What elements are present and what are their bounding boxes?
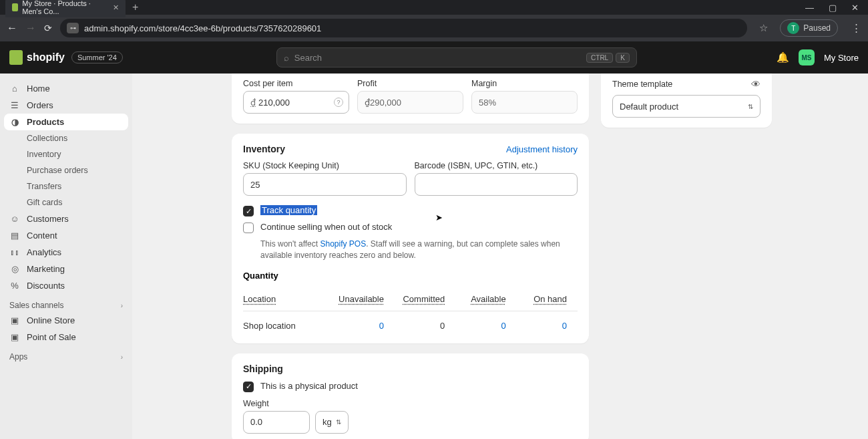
track-quantity-label: Track quantity — [260, 205, 317, 215]
barcode-input[interactable] — [415, 173, 578, 196]
close-window-icon[interactable]: ✕ — [851, 3, 859, 13]
orders-icon: ☰ — [9, 100, 20, 110]
physical-product-row[interactable]: ✓ This is a physical product — [243, 381, 578, 392]
col-location: Location — [243, 294, 334, 304]
products-icon: ◑ — [9, 117, 20, 127]
theme-template-card: Theme template 👁 Default product ⇅ — [601, 74, 772, 128]
search-icon: ⌕ — [284, 53, 289, 63]
browser-tab[interactable]: My Store · Products · Men's Co... ✕ — [5, 0, 126, 17]
weight-label: Weight — [243, 399, 578, 408]
profile-avatar: T — [787, 22, 799, 34]
preview-icon[interactable]: 👁 — [751, 79, 761, 90]
physical-product-checkbox[interactable]: ✓ — [243, 382, 254, 392]
home-icon: ⌂ — [9, 84, 20, 94]
margin-display: 58% — [471, 91, 578, 114]
margin-label: Margin — [471, 79, 578, 88]
chevron-right-icon: › — [121, 302, 123, 309]
back-button[interactable]: ← — [7, 22, 17, 34]
continue-selling-checkbox[interactable] — [243, 223, 254, 233]
bookmark-icon[interactable]: ☆ — [759, 22, 768, 34]
global-search[interactable]: ⌕ Search CTRL K — [276, 47, 637, 67]
sidebar-sub-collections[interactable]: Collections — [0, 130, 132, 146]
forward-button[interactable]: → — [25, 22, 36, 34]
site-info-icon[interactable]: ⊶ — [67, 23, 79, 33]
cost-value: 210,000 — [258, 98, 290, 108]
inventory-card: Inventory Adjustment history SKU (Stock … — [232, 134, 589, 343]
notifications-icon[interactable]: 🔔 — [777, 51, 789, 63]
shipping-card: Shipping ✓ This is a physical product We… — [232, 353, 589, 439]
sidebar-sub-inventory[interactable]: Inventory — [0, 146, 132, 162]
on-hand-value[interactable]: 0 — [517, 321, 578, 331]
physical-product-label: This is a physical product — [260, 381, 358, 391]
app-header: shopify Summer '24 ⌕ Search CTRL K 🔔 MS … — [0, 41, 868, 74]
currency-symbol: ₫ — [250, 98, 256, 108]
col-committed: Committed — [395, 294, 455, 304]
barcode-label: Barcode (ISBN, UPC, GTIN, etc.) — [415, 161, 578, 170]
quantity-heading: Quantity — [243, 271, 578, 281]
sidebar: ⌂Home ☰Orders ◑Products Collections Inve… — [0, 74, 132, 439]
sidebar-section-apps[interactable]: Apps› — [0, 345, 132, 363]
sidebar-item-pos[interactable]: ▣Point of Sale — [0, 329, 132, 345]
address-bar[interactable]: ⊶ admin.shopify.com/store/4cc3ee-6b/prod… — [60, 19, 747, 37]
store-avatar[interactable]: MS — [799, 49, 815, 65]
shipping-title: Shipping — [243, 363, 578, 374]
sidebar-section-channels[interactable]: Sales channels› — [0, 294, 132, 312]
sidebar-sub-gift-cards[interactable]: Gift cards — [0, 194, 132, 210]
new-tab-button[interactable]: + — [132, 1, 138, 13]
pos-icon: ▣ — [9, 332, 20, 342]
track-quantity-checkbox[interactable]: ✓ — [243, 206, 254, 216]
minimize-icon[interactable]: — — [805, 3, 814, 13]
shopify-logo[interactable]: shopify — [9, 50, 65, 65]
tab-favicon — [12, 3, 18, 11]
shopify-pos-link[interactable]: Shopify POS — [320, 239, 366, 249]
continue-selling-help: This won't affect Shopify POS. Staff wil… — [260, 239, 578, 261]
margin-value: 58% — [479, 98, 496, 108]
theme-template-label: Theme template — [612, 80, 672, 89]
maximize-icon[interactable]: ▢ — [829, 3, 837, 13]
chevron-right-icon: › — [121, 353, 123, 361]
sidebar-item-products[interactable]: ◑Products — [4, 114, 128, 130]
customers-icon: ☺ — [9, 214, 20, 224]
close-tab-icon[interactable]: ✕ — [113, 3, 119, 12]
season-badge[interactable]: Summer '24 — [71, 51, 123, 63]
location-name: Shop location — [243, 321, 334, 331]
sidebar-item-home[interactable]: ⌂Home — [0, 80, 132, 97]
profile-badge[interactable]: T Paused — [780, 19, 838, 37]
sku-label: SKU (Stock Keeping Unit) — [243, 161, 407, 170]
store-name[interactable]: My Store — [824, 53, 859, 63]
sidebar-item-marketing[interactable]: ◎Marketing — [0, 261, 132, 277]
browser-toolbar: ← → ⟳ ⊶ admin.shopify.com/store/4cc3ee-6… — [0, 15, 868, 41]
weight-unit-select[interactable]: kg ⇅ — [315, 411, 349, 434]
cost-label: Cost per item — [243, 79, 349, 88]
weight-input[interactable]: 0.0 — [243, 411, 310, 434]
available-value[interactable]: 0 — [455, 321, 516, 331]
unavailable-value[interactable]: 0 — [334, 321, 395, 331]
sidebar-sub-transfers[interactable]: Transfers — [0, 178, 132, 194]
quantity-row: Shop location 0 0 0 0 — [243, 311, 578, 333]
profile-status: Paused — [803, 23, 831, 33]
theme-template-select[interactable]: Default product ⇅ — [612, 95, 761, 118]
adjustment-history-link[interactable]: Adjustment history — [506, 144, 578, 154]
sidebar-item-orders[interactable]: ☰Orders — [0, 97, 132, 114]
sku-input[interactable]: 25 — [243, 173, 407, 196]
browser-menu-icon[interactable]: ⋮ — [851, 22, 861, 34]
sidebar-item-customers[interactable]: ☺Customers — [0, 210, 132, 227]
sidebar-item-content[interactable]: ▤Content — [0, 227, 132, 244]
marketing-icon: ◎ — [9, 264, 20, 274]
sidebar-item-analytics[interactable]: ⫾⫾Analytics — [0, 244, 132, 261]
analytics-icon: ⫾⫾ — [9, 247, 20, 257]
help-icon[interactable]: ? — [334, 98, 343, 107]
cost-input[interactable]: ₫ 210,000 ? — [243, 91, 349, 114]
pricing-card: Cost per item ₫ 210,000 ? Profit ₫290,00… — [232, 74, 589, 124]
chevron-updown-icon: ⇅ — [748, 103, 753, 110]
reload-button[interactable]: ⟳ — [44, 23, 52, 33]
sidebar-item-discounts[interactable]: %Discounts — [0, 277, 132, 294]
sidebar-sub-purchase-orders[interactable]: Purchase orders — [0, 162, 132, 178]
col-available: Available — [455, 294, 516, 304]
col-on-hand: On hand — [517, 294, 578, 304]
profit-value: ₫290,000 — [365, 98, 401, 108]
chevron-updown-icon: ⇅ — [336, 418, 341, 426]
track-quantity-row[interactable]: ✓ Track quantity — [243, 205, 578, 216]
sidebar-item-online-store[interactable]: ▣Online Store — [0, 312, 132, 329]
continue-selling-row[interactable]: Continue selling when out of stock — [243, 222, 578, 233]
